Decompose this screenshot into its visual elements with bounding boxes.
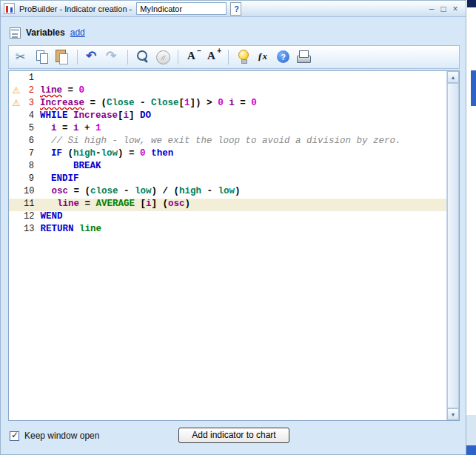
code-line[interactable]: 6 // Si high - low, we exit the loop to …: [9, 136, 446, 148]
gutter-spacer: [9, 211, 24, 224]
code-text: WEND: [40, 211, 62, 224]
gutter-spacer: [9, 123, 24, 136]
line-number: 1: [24, 73, 40, 85]
line-number: 11: [24, 199, 40, 211]
gutter-spacer: [9, 186, 24, 199]
code-text: RETURN line: [40, 224, 101, 236]
code-line[interactable]: ⚠3Increase = (Close - Close[1]) > 0 i = …: [9, 98, 446, 110]
keep-window-open-checkbox[interactable]: [10, 431, 19, 441]
code-editor[interactable]: 1⚠2line = 0⚠3Increase = (Close - Close[1…: [8, 70, 460, 421]
vertical-scrollbar[interactable]: [446, 71, 459, 420]
code-line[interactable]: 1: [9, 73, 446, 85]
line-number: 9: [24, 173, 40, 186]
code-text: BREAK: [40, 161, 101, 173]
code-text: // Si high - low, we exit the loop to av…: [40, 136, 401, 148]
code-text: osc = (close - low) / (high - low): [40, 186, 240, 199]
line-number: 4: [24, 110, 40, 123]
line-number: 5: [24, 123, 40, 136]
code-text: IF (high-low) = 0 then: [40, 148, 173, 161]
code-text: ENDIF: [40, 173, 79, 186]
line-number: 2: [24, 85, 40, 98]
gutter-spacer: [9, 136, 24, 148]
desktop-background: ProBuilder - Indicator creation - – □ × …: [0, 0, 476, 455]
hint-icon[interactable]: [235, 48, 252, 66]
help-icon[interactable]: [275, 48, 292, 66]
code-line[interactable]: 9 ENDIF: [9, 173, 446, 186]
code-line[interactable]: 10 osc = (close - low) / (high - low): [9, 186, 446, 199]
warning-icon: ⚠: [9, 98, 24, 110]
scroll-down-icon[interactable]: [447, 408, 459, 420]
gutter-spacer: [9, 110, 24, 123]
gutter-spacer: [9, 173, 24, 186]
code-text: i = i + 1: [40, 123, 101, 136]
maximize-button[interactable]: □: [438, 1, 449, 16]
probuilder-window: ProBuilder - Indicator creation - – □ × …: [0, 0, 466, 455]
gutter-spacer: [9, 224, 24, 236]
code-text: Increase = (Close - Close[1]) > 0 i = 0: [40, 98, 257, 110]
code-line[interactable]: 12WEND: [9, 211, 446, 224]
print-icon[interactable]: [295, 48, 312, 66]
line-number: 6: [24, 136, 40, 148]
cut-icon[interactable]: [13, 48, 31, 66]
code-line[interactable]: 8 BREAK: [9, 161, 446, 173]
line-number: 12: [24, 211, 40, 224]
warning-icon: ⚠: [9, 85, 24, 98]
window-title: ProBuilder - Indicator creation -: [19, 4, 132, 13]
variables-label: Variables: [26, 27, 65, 38]
background-window-strip: [466, 415, 476, 445]
title-bar[interactable]: ProBuilder - Indicator creation - – □ ×: [1, 1, 466, 17]
gutter-spacer: [9, 161, 24, 173]
code-line[interactable]: 5 i = i + 1: [9, 123, 446, 136]
line-number: 10: [24, 186, 40, 199]
line-number: 7: [24, 148, 40, 161]
scroll-up-icon[interactable]: [447, 71, 459, 83]
footer-bar: Keep window open Add indicator to chart: [8, 427, 460, 445]
toolbar: [8, 45, 460, 69]
redo-icon[interactable]: [104, 48, 121, 66]
paste-icon[interactable]: [53, 48, 71, 66]
code-text: line = 0: [40, 85, 84, 98]
indicator-name-input[interactable]: [136, 2, 227, 15]
gutter-spacer: [9, 148, 24, 161]
gutter-spacer: [9, 199, 24, 211]
gutter-spacer: [9, 73, 24, 85]
keep-window-open-label: Keep window open: [24, 431, 99, 441]
undo-icon[interactable]: [84, 48, 101, 66]
search-icon[interactable]: [134, 48, 152, 66]
close-button[interactable]: ×: [449, 1, 461, 16]
documentation-icon[interactable]: [230, 2, 241, 16]
font-decrease-icon[interactable]: [184, 48, 202, 66]
code-line[interactable]: 11 line = AVERAGE [i] (osc): [9, 199, 446, 211]
code-line[interactable]: 13RETURN line: [9, 224, 446, 236]
toolbar-separator: [77, 50, 78, 64]
code-text: line = AVERAGE [i] (osc): [40, 199, 190, 211]
add-variable-link[interactable]: add: [70, 27, 85, 38]
function-icon[interactable]: [255, 48, 272, 66]
line-number: 13: [24, 224, 40, 236]
code-lines[interactable]: 1⚠2line = 0⚠3Increase = (Close - Close[1…: [9, 71, 446, 420]
code-line[interactable]: 4WHILE Increase[i] DO: [9, 110, 446, 123]
variables-bar: Variables add: [10, 26, 85, 39]
toolbar-separator: [228, 50, 229, 64]
toolbar-separator: [127, 50, 128, 64]
code-line[interactable]: 7 IF (high-low) = 0 then: [9, 148, 446, 161]
toolbar-separator: [178, 50, 178, 64]
code-text: WHILE Increase[i] DO: [40, 110, 151, 123]
line-number: 3: [24, 98, 40, 110]
code-line[interactable]: ⚠2line = 0: [9, 85, 446, 98]
background-window-corner: [466, 445, 476, 455]
font-increase-icon[interactable]: [204, 48, 222, 66]
comment-icon[interactable]: [154, 48, 172, 66]
background-window-corner: [467, 0, 476, 7]
variables-icon: [10, 27, 21, 39]
minimize-button[interactable]: –: [426, 1, 438, 16]
background-window-strip: [471, 70, 476, 106]
line-number: 8: [24, 161, 40, 173]
scrollbar-thumb[interactable]: [447, 83, 459, 408]
add-indicator-button[interactable]: Add indicator to chart: [178, 428, 289, 443]
app-icon: [4, 3, 15, 14]
copy-icon[interactable]: [33, 48, 51, 66]
